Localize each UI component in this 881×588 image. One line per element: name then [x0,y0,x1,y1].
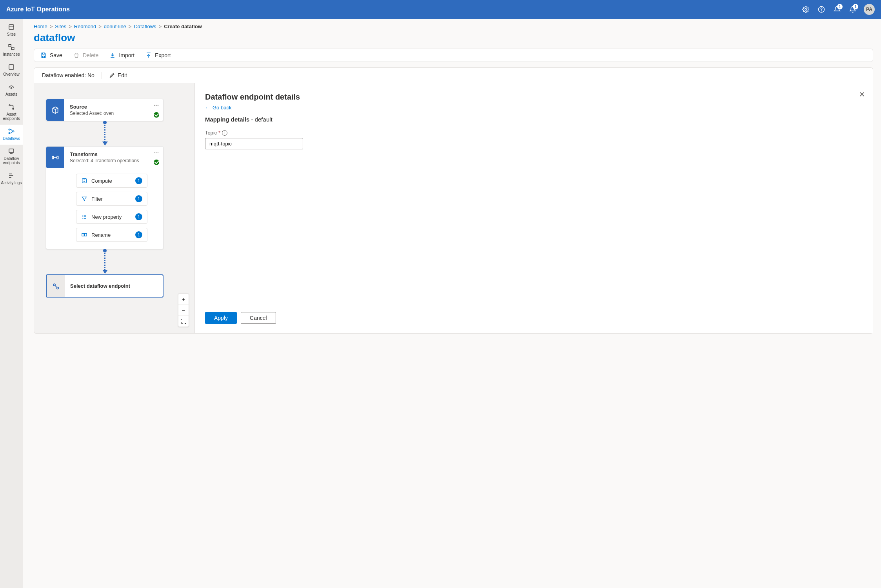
work-area: Source Selected Asset: oven ··· [34,83,873,334]
svg-rect-5 [12,47,14,50]
svg-rect-6 [9,65,14,69]
transform-operations-list: Compute 1 Filter 1 New property [46,168,163,249]
svg-rect-13 [9,149,14,152]
arrow-left-icon: ← [205,105,210,111]
settings-icon[interactable] [798,2,814,17]
sidebar-item-dataflows[interactable]: Dataflows [0,125,23,145]
svg-point-8 [9,105,10,106]
breadcrumb: Home> Sites> Redmond> donut-line> Datafl… [34,24,873,29]
select-endpoint-node[interactable]: Select dataflow endpoint [46,274,163,298]
top-bar: Azure IoT Operations 1 1 PA [0,0,881,19]
transforms-node-title: Transforms [70,151,158,157]
import-button[interactable]: Import [109,52,134,58]
transforms-icon [46,147,64,168]
breadcrumb-line[interactable]: donut-line [104,24,126,29]
svg-point-9 [13,108,14,109]
transforms-node-subtitle: Selected: 4 Transform operations [70,158,158,163]
select-endpoint-label: Select dataflow endpoint [65,275,163,297]
apply-button[interactable]: Apply [205,312,237,324]
svg-point-0 [805,9,807,11]
svg-point-10 [9,129,10,130]
help-icon[interactable] [814,2,829,17]
check-icon [154,160,159,165]
breadcrumb-sites[interactable]: Sites [55,24,66,29]
svg-rect-15 [57,156,58,159]
zoom-out-button[interactable]: − [178,305,189,316]
product-title: Azure IoT Operations [6,6,70,13]
svg-rect-14 [53,156,54,159]
transform-op-compute[interactable]: Compute 1 [76,174,147,188]
breadcrumb-dataflows[interactable]: Dataflows [134,24,156,29]
main-content: Home> Sites> Redmond> donut-line> Datafl… [23,19,881,588]
user-avatar[interactable]: PA [864,4,875,15]
source-node[interactable]: Source Selected Asset: oven ··· [46,99,163,121]
endpoint-icon [47,275,65,297]
transform-op-new-property[interactable]: New property 1 [76,210,147,224]
connector-arrow [104,123,105,145]
mapping-details-line: Mapping details - default [205,116,863,123]
svg-rect-16 [82,179,87,183]
cube-icon [46,99,64,121]
page-title: dataflow [34,32,873,44]
sidebar-item-activity-logs[interactable]: Activity logs [0,169,23,189]
svg-rect-3 [9,25,14,29]
transform-op-filter[interactable]: Filter 1 [76,192,147,206]
sidebar-item-overview[interactable]: Overview [0,60,23,80]
go-back-link[interactable]: ← Go back [205,105,863,111]
topic-input[interactable] [205,138,303,149]
sidebar-item-asset-endpoints[interactable]: Asset endpoints [0,100,23,125]
details-panel: ✕ Dataflow endpoint details ← Go back Ma… [195,83,873,333]
sidebar-item-dataflow-endpoints[interactable]: Dataflow endpoints [0,145,23,169]
sidebar-item-sites[interactable]: Sites [0,20,23,40]
zoom-in-button[interactable]: + [178,294,189,305]
status-bar: Dataflow enabled: No Edit [34,67,873,83]
svg-point-11 [9,132,10,134]
dataflow-enabled-status: Dataflow enabled: No [42,72,94,78]
export-button[interactable]: Export [145,52,171,58]
close-icon[interactable]: ✕ [859,90,865,99]
sidebar-item-instances[interactable]: Instances [0,40,23,60]
connector-arrow [104,251,105,273]
zoom-controls: + − ⛶ [178,293,189,327]
toolbar: Save Delete Import Export [34,49,873,62]
source-node-title: Source [70,104,158,110]
transforms-node[interactable]: Transforms Selected: 4 Transform operati… [46,146,163,249]
svg-point-12 [13,131,14,132]
notifications-bell-icon[interactable]: 1 [845,2,861,17]
breadcrumb-home[interactable]: Home [34,24,47,29]
transform-op-rename[interactable]: Rename 1 [76,228,147,242]
cancel-button[interactable]: Cancel [241,312,276,324]
topic-label: Topic* i [205,130,863,136]
info-icon[interactable]: i [222,130,227,136]
edit-button[interactable]: Edit [109,72,127,78]
breadcrumb-redmond[interactable]: Redmond [74,24,96,29]
source-node-subtitle: Selected Asset: oven [70,111,158,116]
zoom-fit-button[interactable]: ⛶ [178,316,189,327]
source-node-more-icon[interactable]: ··· [153,102,159,109]
details-title: Dataflow endpoint details [205,93,863,102]
svg-point-7 [11,88,12,89]
svg-rect-17 [82,234,84,236]
dataflow-canvas[interactable]: Source Selected Asset: oven ··· [34,83,195,333]
svg-point-2 [821,11,821,11]
notification-badge-2: 1 [853,4,858,9]
breadcrumb-current: Create dataflow [164,24,202,29]
check-icon [154,112,159,118]
save-button[interactable]: Save [40,52,62,58]
sidebar-item-assets[interactable]: Assets [0,80,23,100]
svg-rect-4 [9,44,11,47]
sidebar: Sites Instances Overview Assets Asset en… [0,19,23,588]
notification-badge-1: 1 [837,4,843,9]
svg-rect-18 [85,234,87,236]
delete-button: Delete [73,52,98,58]
transforms-node-more-icon[interactable]: ··· [153,150,159,156]
diagnostics-bell-icon[interactable]: 1 [829,2,845,17]
